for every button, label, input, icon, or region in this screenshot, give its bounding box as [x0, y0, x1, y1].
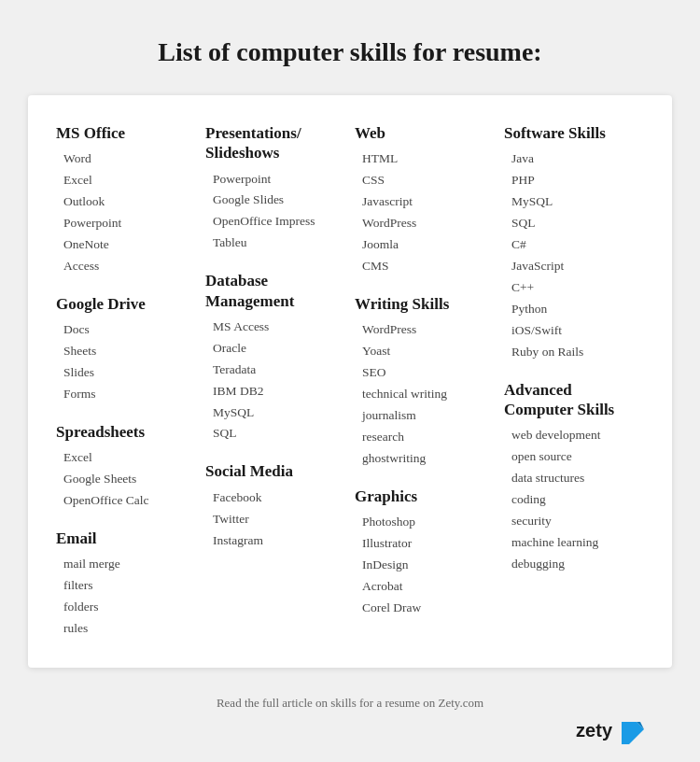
skill-item: technical writing	[355, 384, 495, 405]
skill-item: SQL	[504, 213, 644, 234]
skill-item: OneNote	[56, 234, 196, 256]
skill-item: SQL	[205, 423, 345, 444]
skill-item: Facebook	[205, 487, 345, 509]
skill-item: MS Access	[205, 317, 345, 338]
skill-item: rules	[56, 618, 196, 640]
section-title-2-1: Presentations/ Slideshows	[205, 123, 345, 163]
skill-item: CMS	[355, 256, 495, 277]
skill-item: C++	[504, 277, 644, 299]
skill-item: iOS/Swift	[504, 320, 644, 342]
skill-item: WordPress	[355, 319, 495, 341]
skill-item: folders	[56, 597, 196, 618]
skill-item: CSS	[355, 170, 495, 191]
column-4: Software SkillsJavaPHPMySQLSQLC#JavaScri…	[504, 123, 644, 640]
skill-item: Excel	[56, 170, 196, 191]
skill-item: Illustrator	[355, 533, 495, 555]
section-title-2-3: Social Media	[205, 461, 345, 481]
column-3: WebHTMLCSSJavascriptWordPressJoomlaCMSWr…	[355, 123, 495, 640]
skills-card: MS OfficeWordExcelOutlookPowerpointOneNo…	[28, 95, 672, 668]
skill-item: Outlook	[56, 191, 196, 213]
skill-item: OpenOffice Calc	[56, 490, 196, 512]
section-title-4-1: Software Skills	[504, 123, 644, 143]
skill-item: Corel Draw	[355, 598, 495, 619]
skill-item: Joomla	[355, 234, 495, 256]
skill-item: Excel	[56, 447, 196, 469]
skill-item: coding	[504, 489, 644, 511]
column-2: Presentations/ SlideshowsPowerpointGoogl…	[205, 123, 345, 640]
skill-item: Access	[56, 256, 196, 277]
skill-item: OpenOffice Impress	[205, 211, 345, 233]
skill-item: mail merge	[56, 554, 196, 575]
skill-item: Teradata	[205, 360, 345, 381]
skill-item: Python	[504, 299, 644, 320]
skill-item: Tableu	[205, 233, 345, 254]
section-title-1-2: Google Drive	[56, 294, 196, 314]
skill-item: Docs	[56, 319, 196, 341]
page-title: List of computer skills for resume:	[158, 37, 541, 67]
skill-item: Acrobat	[355, 576, 495, 598]
skill-item: research	[355, 427, 495, 448]
skill-item: Powerpoint	[56, 213, 196, 234]
skill-item: IBM DB2	[205, 381, 345, 402]
skill-item: Google Sheets	[56, 469, 196, 490]
skill-item: Photoshop	[355, 512, 495, 533]
skill-item: Instagram	[205, 530, 345, 552]
footer-text: Read the full article on skills for a re…	[217, 696, 483, 711]
brand-name: zety	[576, 720, 612, 741]
skill-item: Sheets	[56, 341, 196, 362]
skill-item: security	[504, 511, 644, 532]
skill-item: open source	[504, 446, 644, 468]
skill-item: SEO	[355, 362, 495, 384]
skill-item: JavaScript	[504, 256, 644, 277]
skill-item: PHP	[504, 170, 644, 191]
skills-grid: MS OfficeWordExcelOutlookPowerpointOneNo…	[56, 123, 644, 640]
skill-item: web development	[504, 425, 644, 446]
skill-item: Twitter	[205, 509, 345, 530]
skill-item: MySQL	[504, 191, 644, 213]
skill-item: Powerpoint	[205, 169, 345, 190]
skill-item: Word	[56, 148, 196, 170]
section-title-2-2: Database Management	[205, 271, 345, 311]
footer-brand: zety	[28, 718, 672, 744]
section-title-1-3: Spreadsheets	[56, 422, 196, 442]
skill-item: journalism	[355, 405, 495, 427]
skill-item: filters	[56, 575, 196, 597]
skill-item: C#	[504, 234, 644, 256]
section-title-1-4: Email	[56, 529, 196, 548]
skill-item: MySQL	[205, 402, 345, 424]
skill-item: Java	[504, 148, 644, 170]
skill-item: Slides	[56, 362, 196, 384]
skill-item: Oracle	[205, 338, 345, 360]
skill-item: Yoast	[355, 341, 495, 362]
skill-item: InDesign	[355, 555, 495, 576]
skill-item: Google Slides	[205, 190, 345, 211]
skill-item: data structures	[504, 468, 644, 489]
skill-item: HTML	[355, 148, 495, 170]
section-title-4-2: Advanced Computer Skills	[504, 380, 644, 420]
section-title-3-3: Graphics	[355, 487, 495, 506]
skill-item: Ruby on Rails	[504, 342, 644, 363]
skill-item: machine learning	[504, 532, 644, 554]
skill-item: ghostwriting	[355, 448, 495, 470]
skill-item: WordPress	[355, 213, 495, 234]
section-title-3-2: Writing Skills	[355, 294, 495, 314]
skill-item: Javascript	[355, 191, 495, 213]
brand-icon	[618, 718, 644, 744]
skill-item: debugging	[504, 554, 644, 575]
column-1: MS OfficeWordExcelOutlookPowerpointOneNo…	[56, 123, 196, 640]
section-title-1-1: MS Office	[56, 123, 196, 143]
section-title-3-1: Web	[355, 123, 495, 143]
skill-item: Forms	[56, 384, 196, 405]
